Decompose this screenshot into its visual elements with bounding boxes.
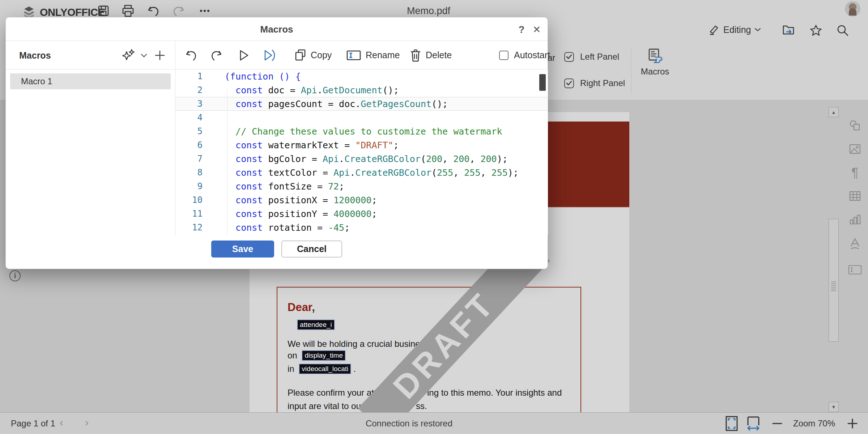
status-bar: Page 1 of 1 ‹ › Connection is restored Z… <box>0 412 868 434</box>
zoom-level-label: Zoom 70% <box>793 418 835 429</box>
code-line[interactable]: 5 // Change these values to customize th… <box>175 124 548 138</box>
image-icon[interactable] <box>848 142 862 156</box>
rename-icon <box>346 50 361 61</box>
redo-icon[interactable] <box>172 4 185 17</box>
code-line[interactable]: 6 const watermarkText = "DRAFT"; <box>175 138 548 152</box>
macro-list-item[interactable]: Macro 1 <box>10 73 171 89</box>
scroll-up-icon[interactable]: ▲ <box>829 107 839 117</box>
search-icon[interactable] <box>836 24 849 37</box>
delete-button[interactable]: Delete <box>410 41 452 69</box>
ribbon-macros-button[interactable]: Macros <box>635 47 675 77</box>
editor-scrollbar-thumb[interactable] <box>539 74 546 91</box>
help-icon[interactable]: ? <box>515 23 528 36</box>
code-line[interactable]: 8 const textColor = Api.CreateRGBColor(2… <box>175 166 548 179</box>
body-line-2: on display_time <box>288 350 345 361</box>
cancel-button[interactable]: Cancel <box>281 241 342 258</box>
undo-button[interactable] <box>184 41 197 69</box>
videocall-location-field[interactable]: videocall_locati <box>299 364 350 374</box>
mode-switcher[interactable]: Editing <box>708 24 761 35</box>
line-number: 4 <box>175 112 203 123</box>
run-macro-button[interactable] <box>238 41 250 69</box>
line-number: 11 <box>175 209 203 219</box>
code-line[interactable]: 7 const bgColor = Api.CreateRGBColor(200… <box>175 152 548 166</box>
pencil-icon <box>708 24 720 35</box>
sparkles-icon[interactable] <box>122 49 137 63</box>
dialog-header[interactable]: Macros ? ✕ <box>6 17 548 41</box>
zoom-in-icon[interactable] <box>847 416 858 431</box>
page-next-icon[interactable]: › <box>85 416 89 429</box>
close-icon[interactable]: ✕ <box>530 23 543 36</box>
run-all-button[interactable] <box>262 41 277 69</box>
table-icon[interactable] <box>848 189 862 203</box>
connection-status: Connection is restored <box>366 418 452 429</box>
delete-label: Delete <box>426 50 452 60</box>
checkbox-checked-icon <box>564 52 574 62</box>
code-text: const bgColor = Api.CreateRGBColor(200, … <box>225 154 508 164</box>
line-number: 7 <box>175 154 203 164</box>
code-line[interactable]: 2 const doc = Api.GetDocument(); <box>175 83 548 97</box>
fit-width-icon[interactable] <box>746 416 760 431</box>
shapes-icon[interactable] <box>848 119 862 133</box>
attendee-field[interactable]: attendee_i <box>298 320 334 329</box>
code-line[interactable]: 3 const pagesCount = doc.GetPagesCount()… <box>175 97 548 111</box>
rename-button[interactable]: Rename <box>346 41 400 69</box>
macro-panel-title: Macros <box>19 50 51 61</box>
line-number: 5 <box>175 126 203 136</box>
macro-list: Macro 1 <box>6 69 175 236</box>
line-number: 12 <box>175 222 203 233</box>
code-line[interactable]: 1(function () { <box>175 69 548 83</box>
code-line[interactable]: 12 const rotation = -45; <box>175 221 548 234</box>
chevron-down-icon[interactable] <box>140 53 148 58</box>
fit-page-icon[interactable] <box>726 416 738 431</box>
right-panel-checkbox[interactable]: Right Panel <box>564 78 625 88</box>
mode-label: Editing <box>723 25 751 35</box>
body-line-5-left: input are vital to our c <box>288 401 370 411</box>
play-icon <box>238 49 250 62</box>
autostart-checkbox[interactable]: Autostart <box>499 41 550 69</box>
dialog-footer: Save Cancel <box>6 236 548 269</box>
undo-icon <box>184 49 197 62</box>
body-line-4-right: ing to this memo. Your insights and <box>427 388 562 398</box>
code-editor[interactable]: 1(function () {2 const doc = Api.GetDocu… <box>175 69 548 235</box>
scroll-down-icon[interactable]: ▼ <box>829 402 839 412</box>
star-icon[interactable] <box>809 24 822 37</box>
save-icon[interactable] <box>97 4 110 17</box>
save-button[interactable]: Save <box>211 241 274 258</box>
more-icon[interactable] <box>198 4 211 17</box>
chart-icon[interactable] <box>848 213 862 226</box>
canvas-scrollbar-thumb[interactable] <box>829 219 839 342</box>
autostart-label: Autostart <box>514 50 550 60</box>
open-location-icon[interactable] <box>782 24 795 37</box>
copy-button[interactable]: Copy <box>294 41 332 69</box>
left-panel-label: Left Panel <box>580 52 619 62</box>
undo-icon[interactable] <box>147 4 160 17</box>
code-text: const positionX = 1200000; <box>225 195 377 205</box>
text-art-icon[interactable] <box>848 237 862 251</box>
line-number: 6 <box>175 140 203 150</box>
info-icon[interactable]: i <box>9 270 21 281</box>
code-line[interactable]: 10 const positionX = 1200000; <box>175 193 548 207</box>
document-title: Memo.pdf <box>407 5 450 17</box>
plus-icon[interactable] <box>153 49 166 62</box>
zoom-out-icon[interactable] <box>772 419 783 428</box>
print-icon[interactable] <box>122 4 135 17</box>
left-panel-checkbox[interactable]: Left Panel <box>564 52 619 62</box>
line-number: 8 <box>175 167 203 178</box>
display-time-field[interactable]: display_time <box>302 351 345 360</box>
code-line[interactable]: 9 const fontSize = 72; <box>175 179 548 193</box>
indent-guide <box>227 89 227 235</box>
code-text: const fontSize = 72; <box>225 181 344 192</box>
code-line[interactable]: 4 <box>175 111 548 124</box>
user-avatar[interactable] <box>845 1 860 17</box>
attendee-field-line: attendee_i <box>298 320 334 329</box>
code-text: const textColor = Api.CreateRGBColor(255… <box>225 167 519 178</box>
text-field-icon[interactable] <box>848 263 862 277</box>
code-line[interactable]: 11 const positionY = 4000000; <box>175 207 548 221</box>
macros-script-icon <box>646 47 664 64</box>
macro-panel-header: Macros <box>6 41 175 69</box>
paragraph-icon[interactable]: ¶ <box>848 166 862 180</box>
redo-button[interactable] <box>210 41 223 69</box>
page-prev-icon[interactable]: ‹ <box>60 416 63 429</box>
code-text: // Change these values to customize the … <box>225 126 502 137</box>
body-line-3: in videocall_locati. <box>288 364 356 374</box>
